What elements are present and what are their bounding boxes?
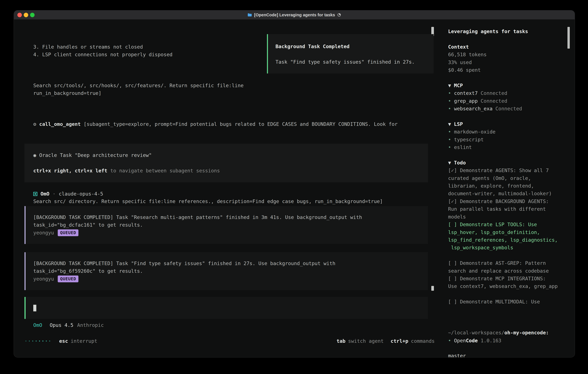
conversation-pane: 3. File handles or streams not closed 4.… xyxy=(14,19,443,357)
terminal-window: [OpenCode] Leveraging agents for tasks 3… xyxy=(14,10,575,357)
tool-call-name: call_omo_agent xyxy=(39,121,81,127)
bullet-icon xyxy=(448,89,454,97)
mcp-name: websearch_exa xyxy=(454,106,493,112)
collapse-triangle-icon xyxy=(448,160,451,166)
active-model: Opus 4.5 xyxy=(50,321,73,329)
ctrl-p-key-hint: ctrl+p xyxy=(390,337,408,345)
agent-name: OmO xyxy=(41,190,49,198)
mcp-heading: MCP xyxy=(454,83,463,88)
collapse-triangle-icon xyxy=(448,121,451,127)
notification-title: Background Task Completed xyxy=(275,43,428,50)
todo-heading: Todo xyxy=(454,160,466,166)
model-provider: Anthropic xyxy=(77,321,104,329)
esc-key-hint: esc xyxy=(59,337,68,345)
bullet-icon xyxy=(448,144,454,151)
mcp-name: grep_app xyxy=(454,98,478,104)
background-task-notification: Background Task Completed Task "Find typ… xyxy=(267,34,434,73)
mcp-item: context7Connected xyxy=(448,89,570,97)
context-spent: $0.46 spent xyxy=(448,66,570,74)
agent-model: claude-opus-4-5 xyxy=(59,190,103,198)
bullet-icon xyxy=(448,97,454,105)
separator-dot-icon: · xyxy=(52,190,55,198)
bullet-icon xyxy=(448,128,454,136)
message-background-task-1: [BACKGROUND TASK COMPLETED] Task "Resear… xyxy=(24,206,428,244)
message-text: [BACKGROUND TASK COMPLETED] Task "Resear… xyxy=(33,213,422,229)
bullet-icon xyxy=(448,136,454,144)
mcp-item: grep_appConnected xyxy=(448,97,570,105)
agent-header: OmO · claude-opus-4-5 xyxy=(33,190,103,198)
agent-omo-icon xyxy=(33,192,37,196)
todo-item-mcp-integrations: [ ] Demonstrate MCP INTEGRATIONS: Use co… xyxy=(448,275,570,290)
workspace-path: ~/local-workspaces/oh-my-opencode: maste… xyxy=(448,313,570,357)
sidebar-scrollbar-thumb[interactable] xyxy=(567,27,570,49)
mcp-name: context7 xyxy=(454,90,478,96)
lsp-name: markdown-oxide xyxy=(454,129,495,135)
session-sidebar: Leveraging agents for tasks Context 66,5… xyxy=(443,19,575,357)
gear-icon xyxy=(33,121,39,127)
collapse-triangle-icon xyxy=(448,83,451,88)
traffic-lights xyxy=(17,10,35,19)
tool-call-line: call_omo_agent [subagent_type=explore, p… xyxy=(33,120,398,128)
tab-key-hint: tab xyxy=(336,337,345,345)
context-tokens: 66,518 tokens xyxy=(448,51,570,58)
titlebar[interactable]: [OpenCode] Leveraging agents for tasks xyxy=(14,10,575,20)
clock-icon xyxy=(337,13,341,17)
lsp-name: eslint xyxy=(454,144,472,150)
message-meta: yeongyu QUEUED xyxy=(33,275,422,283)
tool-call-args: [subagent_type=explore, prompt=Find pote… xyxy=(84,121,398,127)
window-title: [OpenCode] Leveraging agents for tasks xyxy=(248,13,341,17)
mcp-status: Connected xyxy=(481,98,507,104)
todo-section-header[interactable]: Todo xyxy=(448,159,570,166)
context-heading: Context xyxy=(448,43,570,51)
nav-hint-text: to navigate between subagent sessions xyxy=(110,168,220,174)
todo-item-background-agents: [✓] Demonstrate BACKGROUND AGENTS: Run p… xyxy=(448,197,570,221)
lsp-heading: LSP xyxy=(454,121,463,127)
session-title: Leveraging agents for tasks xyxy=(448,28,570,35)
todo-item-ast-grep: [ ] Demonstrate AST-GREP: Pattern search… xyxy=(448,259,570,275)
workspace-repo: oh-my-opencode: xyxy=(504,330,549,335)
todo-item-lsp-tools: [ ] Demonstrate LSP TOOLS: Use lsp_hover… xyxy=(448,221,570,252)
message-background-task-2: [BACKGROUND TASK COMPLETED] Task "Find t… xyxy=(24,252,428,290)
queued-badge: QUEUED xyxy=(58,276,78,282)
workspace-path-line: ~/local-workspaces/oh-my-opencode: xyxy=(448,329,570,337)
close-window-button[interactable] xyxy=(17,13,22,17)
zoom-window-button[interactable] xyxy=(30,13,35,17)
tab-key-label: switch agent xyxy=(348,337,384,345)
esc-key-label: interrupt xyxy=(71,337,97,345)
bullet-icon xyxy=(448,105,454,113)
brand-open: Open xyxy=(454,338,466,343)
message-author: yeongyu xyxy=(33,275,54,283)
oracle-task-title-text: Oracle Task "Deep architecture review" xyxy=(39,152,152,158)
opencode-version-line: OpenCode1.0.163 xyxy=(448,337,501,344)
fisheye-icon xyxy=(33,152,39,158)
todo-item-multimodal: [ ] Demonstrate MULTIMODAL: Use xyxy=(448,298,570,306)
search-instruction-block: Search src/tools/, src/hooks/, src/featu… xyxy=(33,82,398,97)
status-bar-right: tab switch agent ctrl+p commands xyxy=(336,337,435,345)
mcp-item: websearch_exaConnected xyxy=(448,105,570,113)
lsp-section-header[interactable]: LSP xyxy=(448,120,570,128)
active-agent: OmO xyxy=(33,321,42,329)
oracle-task-title: Oracle Task "Deep architecture review" xyxy=(33,151,422,159)
queued-badge: QUEUED xyxy=(58,229,78,236)
window-title-text: [OpenCode] Leveraging agents for tasks xyxy=(254,13,335,17)
message-scrollbar-thumb[interactable] xyxy=(431,286,434,291)
lsp-name: typescript xyxy=(454,137,484,143)
ctrl-p-key-label: commands xyxy=(411,337,435,345)
message-author: yeongyu xyxy=(33,229,54,237)
workspace-path-prefix: ~/local-workspaces/ xyxy=(448,330,504,335)
brand-code: Code xyxy=(466,338,478,343)
mcp-status: Connected xyxy=(495,106,522,112)
nav-hint-keys: ctrl+x right, ctrl+x left xyxy=(33,168,107,174)
status-bar: ········ esc interrupt tab switch agent … xyxy=(24,337,435,345)
notification-body: Task "Find type safety issues" finished … xyxy=(275,58,428,66)
folder-icon xyxy=(248,13,252,17)
minimize-window-button[interactable] xyxy=(24,13,28,17)
bullet-icon xyxy=(448,337,454,344)
lsp-item: eslint xyxy=(448,144,570,151)
subagent-nav-hint: ctrl+x right, ctrl+x left to navigate be… xyxy=(33,167,422,175)
workspace-branch: master xyxy=(448,352,570,357)
mcp-status: Connected xyxy=(481,90,507,96)
version-number: 1.0.163 xyxy=(481,338,501,343)
prompt-input[interactable] xyxy=(24,297,428,319)
mcp-section-header[interactable]: MCP xyxy=(448,82,570,89)
